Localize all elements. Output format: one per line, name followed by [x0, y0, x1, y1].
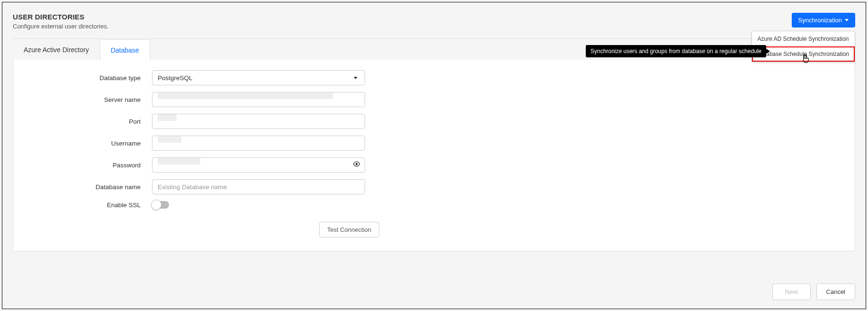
test-row: Test Connection — [27, 222, 379, 238]
toggle-ssl[interactable] — [152, 201, 169, 209]
row-db-type: Database type PostgreSQL — [27, 70, 841, 85]
tab-azure-ad[interactable]: Azure Active Directory — [13, 39, 100, 60]
cursor-icon — [802, 54, 811, 65]
label-username: Username — [27, 140, 152, 147]
database-panel: Database type PostgreSQL Server name Por… — [13, 60, 855, 251]
svg-point-0 — [356, 163, 358, 165]
eye-icon[interactable] — [353, 160, 360, 170]
page-subtitle: Configure external user directories. — [13, 23, 108, 30]
test-connection-button[interactable]: Test Connection — [319, 222, 379, 238]
row-server: Server name — [27, 92, 841, 107]
header-row: USER DIRECTORIES Configure external user… — [13, 13, 855, 30]
redacted-value — [158, 158, 200, 165]
dropdown-item-azure-ad[interactable]: Azure AD Schedule Synchronization — [752, 31, 855, 46]
input-server[interactable] — [152, 92, 365, 107]
label-ssl: Enable SSL — [27, 201, 152, 209]
tooltip: Synchronize users and groups from databa… — [586, 45, 766, 57]
synchronization-button-label: Synchronization — [798, 17, 842, 24]
label-port: Port — [27, 118, 152, 125]
input-dbname[interactable] — [152, 179, 365, 194]
next-button[interactable]: Next — [772, 284, 811, 300]
row-username: Username — [27, 136, 841, 151]
input-password[interactable] — [152, 157, 365, 173]
caret-down-icon — [354, 77, 358, 79]
input-port[interactable] — [152, 114, 365, 129]
label-db-type: Database type — [27, 74, 152, 82]
titles: USER DIRECTORIES Configure external user… — [13, 13, 108, 30]
cancel-button[interactable]: Cancel — [816, 284, 855, 300]
row-password: Password — [27, 157, 841, 173]
select-db-type-value: PostgreSQL — [158, 74, 193, 82]
select-db-type[interactable]: PostgreSQL — [152, 70, 365, 85]
tab-database[interactable]: Database — [100, 39, 150, 61]
redacted-value — [158, 114, 177, 121]
page-frame: USER DIRECTORIES Configure external user… — [2, 2, 866, 309]
row-dbname: Database name — [27, 179, 841, 194]
synchronization-button[interactable]: Synchronization — [792, 13, 856, 27]
label-server: Server name — [27, 96, 152, 103]
page-title: USER DIRECTORIES — [13, 13, 108, 21]
label-dbname: Database name — [27, 183, 152, 191]
input-username[interactable] — [152, 136, 365, 151]
row-ssl: Enable SSL — [27, 201, 841, 209]
redacted-value — [158, 92, 333, 99]
caret-down-icon — [845, 19, 849, 21]
label-password: Password — [27, 162, 152, 169]
footer: Next Cancel — [772, 284, 855, 300]
redacted-value — [158, 136, 181, 143]
row-port: Port — [27, 114, 841, 129]
